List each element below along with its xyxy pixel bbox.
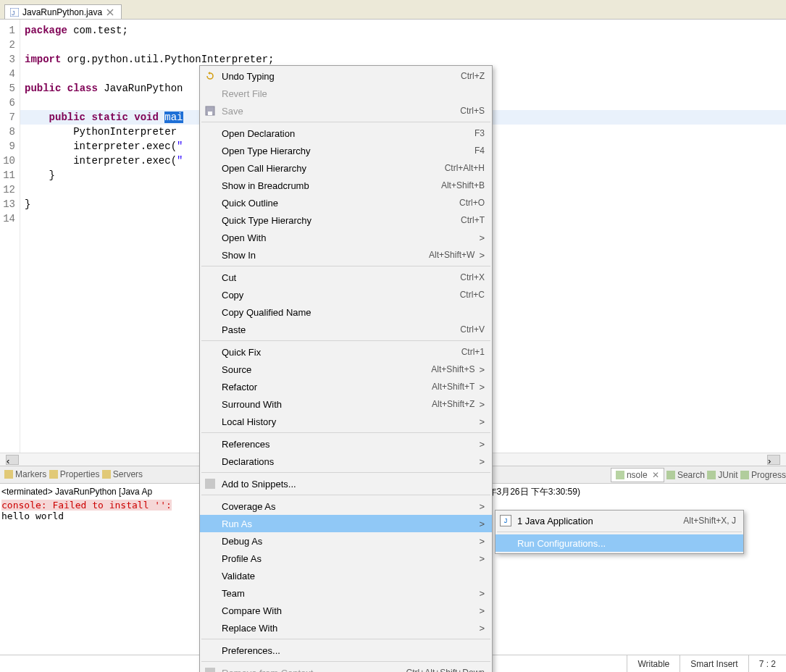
menu-item[interactable]: Validate: [200, 567, 492, 584]
menu-separator: [201, 122, 490, 122]
editor-tab-label: JavaRunPython.java: [22, 7, 102, 17]
menu-item-label: Debug As: [222, 536, 474, 547]
svg-rect-8: [666, 471, 675, 479]
console-error-line: console: Failed to install '':: [1, 500, 172, 511]
snippet-icon: [204, 478, 216, 490]
view-tab[interactable]: Properties: [49, 469, 100, 479]
line-number: 3: [0, 52, 20, 67]
menu-item-shortcut: Alt+Shift+T: [432, 382, 474, 392]
menu-item-label: Compare With: [222, 605, 474, 616]
submenu-arrow-icon: >: [479, 553, 485, 564]
java-file-icon: J: [9, 7, 20, 17]
scroll-right-button[interactable]: ›: [767, 455, 780, 465]
menu-item[interactable]: Open DeclarationF3: [200, 125, 492, 142]
menu-item[interactable]: Copy Qualified Name: [200, 303, 492, 321]
menu-item[interactable]: Undo TypingCtrl+Z: [200, 67, 492, 85]
svg-rect-12: [208, 112, 212, 115]
menu-item[interactable]: Team>: [200, 584, 492, 602]
menu-separator: [201, 432, 490, 433]
menu-item-shortcut: Ctrl+1: [461, 347, 485, 357]
menu-item[interactable]: Debug As>: [200, 532, 492, 550]
menu-item[interactable]: SourceAlt+Shift+S>: [200, 361, 492, 378]
menu-item[interactable]: CutCtrl+X: [200, 269, 492, 286]
menu-item[interactable]: Run As>: [200, 515, 492, 532]
menu-item-shortcut: Ctrl+X: [460, 272, 485, 282]
status-insert-mode: Smart Insert: [680, 655, 748, 672]
menu-item-label: Replace With: [222, 623, 474, 634]
close-icon[interactable]: ✕: [652, 470, 659, 480]
menu-separator: [201, 340, 490, 341]
menu-item[interactable]: CopyCtrl+C: [200, 286, 492, 303]
menu-item[interactable]: Declarations>: [200, 453, 492, 470]
editor-tab[interactable]: J JavaRunPython.java: [4, 4, 122, 19]
menu-item[interactable]: Show in BreadcrumbAlt+Shift+B: [200, 177, 492, 194]
view-tab[interactable]: nsole✕: [611, 468, 664, 482]
menu-item-label: Open Declaration: [222, 128, 474, 139]
close-icon[interactable]: [105, 7, 115, 17]
code-line[interactable]: import org.python.util.PythonInterpreter…: [20, 52, 786, 67]
view-tab-label: nsole: [627, 470, 648, 480]
menu-item-label: Preferences...: [222, 645, 485, 656]
line-number: 11: [0, 168, 20, 182]
line-number: 14: [0, 211, 20, 226]
submenu-arrow-icon: >: [479, 439, 485, 450]
menu-item[interactable]: RefactorAlt+Shift+T>: [200, 378, 492, 395]
menu-item-label: Copy: [222, 290, 460, 301]
menu-item[interactable]: Replace With>: [200, 619, 492, 637]
menu-item[interactable]: Surround WithAlt+Shift+Z>: [200, 395, 492, 413]
menu-item[interactable]: Quick FixCtrl+1: [200, 343, 492, 361]
code-line[interactable]: package com.test;: [20, 23, 786, 38]
menu-item-label: Source: [222, 364, 431, 375]
menu-item: Revert File: [200, 85, 492, 102]
menu-item[interactable]: PasteCtrl+V: [200, 321, 492, 338]
menu-item[interactable]: Open With>: [200, 229, 492, 246]
submenu-arrow-icon: >: [479, 364, 485, 375]
menu-item[interactable]: Open Call HierarchyCtrl+Alt+H: [200, 159, 492, 177]
menu-item[interactable]: Add to Snippets...: [200, 475, 492, 492]
view-tab-icon: [740, 471, 749, 479]
remove-icon: [204, 667, 216, 672]
menu-item-label: Cut: [222, 272, 460, 283]
line-number: 13: [0, 197, 20, 211]
menu-item[interactable]: Open Type HierarchyF4: [200, 142, 492, 159]
menu-item[interactable]: Profile As>: [200, 550, 492, 567]
menu-item-shortcut: Alt+Shift+S: [431, 364, 474, 374]
line-number: 8: [0, 125, 20, 139]
menu-item-label: 1 Java Application: [517, 516, 683, 526]
menu-item[interactable]: Show InAlt+Shift+W>: [200, 246, 492, 264]
view-tab-icon: [616, 471, 624, 479]
svg-text:J: J: [12, 9, 15, 17]
menu-item[interactable]: Quick OutlineCtrl+O: [200, 194, 492, 211]
menu-item[interactable]: Quick Type HierarchyCtrl+T: [200, 211, 492, 229]
menu-item[interactable]: Run Configurations...: [496, 534, 743, 552]
menu-item-label: Open Type Hierarchy: [222, 146, 474, 156]
submenu-arrow-icon: >: [479, 501, 485, 512]
menu-item-label: Copy Qualified Name: [222, 307, 485, 318]
svg-rect-4: [4, 470, 13, 479]
line-number-gutter: 1234567891011121314: [0, 20, 20, 453]
menu-item-label: Surround With: [222, 399, 432, 410]
view-tab[interactable]: JUnit: [707, 470, 737, 480]
menu-item-label: Show in Breadcrumb: [222, 180, 441, 191]
submenu-arrow-icon: >: [479, 250, 485, 261]
submenu-arrow-icon: >: [479, 456, 485, 467]
menu-item[interactable]: Coverage As>: [200, 497, 492, 515]
menu-item-shortcut: Ctrl+O: [459, 198, 485, 208]
view-tab-icon: [666, 471, 675, 479]
menu-item[interactable]: References>: [200, 435, 492, 453]
menu-item[interactable]: Local History>: [200, 413, 492, 430]
view-tab[interactable]: Progress: [740, 470, 786, 480]
view-tab[interactable]: Search: [666, 470, 705, 480]
menu-item[interactable]: J1 Java ApplicationAlt+Shift+X, J: [496, 512, 743, 529]
line-number: 6: [0, 96, 20, 110]
menu-item-label: Team: [222, 588, 474, 599]
status-writable: Writable: [627, 655, 680, 672]
menu-item[interactable]: Preferences...: [200, 642, 492, 659]
view-tab[interactable]: Servers: [102, 469, 143, 479]
view-tab-label: Servers: [113, 469, 143, 479]
scroll-left-button[interactable]: ‹: [6, 455, 19, 465]
code-line[interactable]: [20, 38, 786, 52]
menu-item[interactable]: Compare With>: [200, 602, 492, 619]
view-tab[interactable]: Markers: [4, 469, 46, 479]
line-number: 2: [0, 38, 20, 52]
